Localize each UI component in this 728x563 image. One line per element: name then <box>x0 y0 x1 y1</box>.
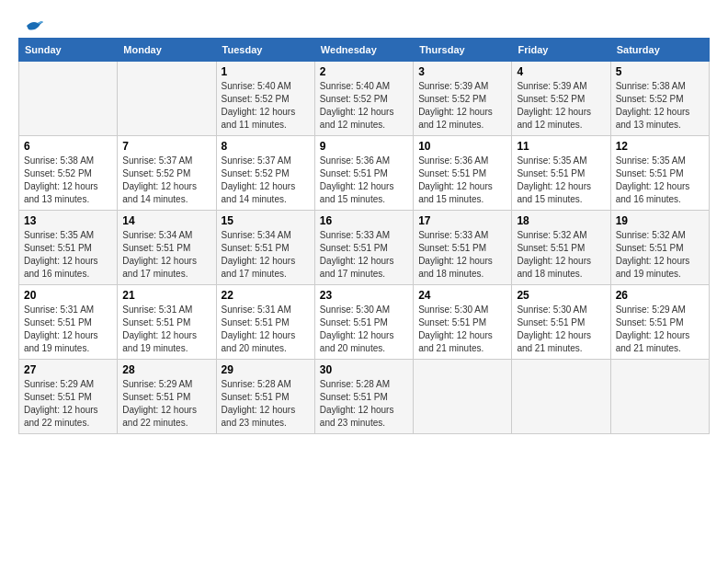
day-info: Sunrise: 5:32 AM Sunset: 5:51 PM Dayligh… <box>616 229 704 281</box>
day-info: Sunrise: 5:28 AM Sunset: 5:51 PM Dayligh… <box>222 378 310 430</box>
calendar-cell: 21Sunrise: 5:31 AM Sunset: 5:51 PM Dayli… <box>118 285 216 360</box>
day-number: 24 <box>418 289 506 302</box>
day-number: 12 <box>616 140 704 153</box>
day-number: 15 <box>222 214 310 227</box>
page-header <box>9 9 719 38</box>
calendar-week-3: 13Sunrise: 5:35 AM Sunset: 5:51 PM Dayli… <box>19 211 710 285</box>
day-info: Sunrise: 5:33 AM Sunset: 5:51 PM Dayligh… <box>418 229 506 281</box>
calendar-cell: 25Sunrise: 5:30 AM Sunset: 5:51 PM Dayli… <box>512 285 610 360</box>
day-number: 16 <box>320 214 408 227</box>
calendar-cell: 26Sunrise: 5:29 AM Sunset: 5:51 PM Dayli… <box>610 285 709 360</box>
day-info: Sunrise: 5:36 AM Sunset: 5:51 PM Dayligh… <box>418 155 506 206</box>
day-info: Sunrise: 5:35 AM Sunset: 5:51 PM Dayligh… <box>616 155 704 206</box>
day-number: 17 <box>418 214 506 227</box>
day-info: Sunrise: 5:33 AM Sunset: 5:51 PM Dayligh… <box>320 229 408 281</box>
calendar-cell: 13Sunrise: 5:35 AM Sunset: 5:51 PM Dayli… <box>19 211 118 285</box>
logo-bird-icon <box>25 18 45 35</box>
day-info: Sunrise: 5:31 AM Sunset: 5:51 PM Dayligh… <box>222 304 310 355</box>
logo <box>23 18 45 33</box>
day-info: Sunrise: 5:37 AM Sunset: 5:52 PM Dayligh… <box>222 155 310 206</box>
day-number: 30 <box>320 363 408 376</box>
day-info: Sunrise: 5:36 AM Sunset: 5:51 PM Dayligh… <box>320 155 408 206</box>
calendar-cell: 19Sunrise: 5:32 AM Sunset: 5:51 PM Dayli… <box>610 211 709 285</box>
calendar-cell: 2Sunrise: 5:40 AM Sunset: 5:52 PM Daylig… <box>314 62 413 136</box>
day-info: Sunrise: 5:31 AM Sunset: 5:51 PM Dayligh… <box>24 304 112 355</box>
calendar-container: SundayMondayTuesdayWednesdayThursdayFrid… <box>9 38 719 443</box>
day-number: 22 <box>222 289 310 302</box>
day-number: 18 <box>517 214 605 227</box>
day-number: 21 <box>122 289 210 302</box>
day-info: Sunrise: 5:39 AM Sunset: 5:52 PM Dayligh… <box>517 80 605 132</box>
day-number: 8 <box>222 140 310 153</box>
day-number: 20 <box>24 289 112 302</box>
calendar-week-5: 27Sunrise: 5:29 AM Sunset: 5:51 PM Dayli… <box>19 360 710 434</box>
day-number: 7 <box>122 140 210 153</box>
calendar-cell <box>610 360 709 434</box>
day-number: 6 <box>24 140 112 153</box>
day-info: Sunrise: 5:29 AM Sunset: 5:51 PM Dayligh… <box>24 378 112 430</box>
day-number: 5 <box>616 65 704 78</box>
calendar-cell: 18Sunrise: 5:32 AM Sunset: 5:51 PM Dayli… <box>512 211 610 285</box>
day-number: 1 <box>222 65 310 78</box>
day-info: Sunrise: 5:30 AM Sunset: 5:51 PM Dayligh… <box>418 304 506 355</box>
weekday-header-wednesday: Wednesday <box>314 39 413 62</box>
day-info: Sunrise: 5:29 AM Sunset: 5:51 PM Dayligh… <box>616 304 704 355</box>
calendar-cell <box>118 62 216 136</box>
day-number: 13 <box>24 214 112 227</box>
weekday-header-tuesday: Tuesday <box>216 39 314 62</box>
calendar-cell <box>512 360 610 434</box>
calendar-cell: 27Sunrise: 5:29 AM Sunset: 5:51 PM Dayli… <box>19 360 118 434</box>
weekday-header-saturday: Saturday <box>610 39 709 62</box>
weekday-header-monday: Monday <box>118 39 216 62</box>
day-info: Sunrise: 5:32 AM Sunset: 5:51 PM Dayligh… <box>517 229 605 281</box>
day-info: Sunrise: 5:38 AM Sunset: 5:52 PM Dayligh… <box>24 155 112 206</box>
day-number: 2 <box>320 65 408 78</box>
day-number: 9 <box>320 140 408 153</box>
weekday-header-thursday: Thursday <box>414 39 512 62</box>
calendar-cell: 6Sunrise: 5:38 AM Sunset: 5:52 PM Daylig… <box>19 136 118 211</box>
calendar-cell: 17Sunrise: 5:33 AM Sunset: 5:51 PM Dayli… <box>414 211 512 285</box>
calendar-body: 1Sunrise: 5:40 AM Sunset: 5:52 PM Daylig… <box>19 62 710 434</box>
calendar-cell: 3Sunrise: 5:39 AM Sunset: 5:52 PM Daylig… <box>414 62 512 136</box>
calendar-cell: 29Sunrise: 5:28 AM Sunset: 5:51 PM Dayli… <box>216 360 314 434</box>
day-info: Sunrise: 5:40 AM Sunset: 5:52 PM Dayligh… <box>320 80 408 132</box>
weekday-header-friday: Friday <box>512 39 610 62</box>
day-number: 27 <box>24 363 112 376</box>
calendar-cell: 16Sunrise: 5:33 AM Sunset: 5:51 PM Dayli… <box>314 211 413 285</box>
day-info: Sunrise: 5:34 AM Sunset: 5:51 PM Dayligh… <box>222 229 310 281</box>
day-number: 19 <box>616 214 704 227</box>
day-number: 10 <box>418 140 506 153</box>
calendar-cell: 24Sunrise: 5:30 AM Sunset: 5:51 PM Dayli… <box>414 285 512 360</box>
calendar-cell: 10Sunrise: 5:36 AM Sunset: 5:51 PM Dayli… <box>414 136 512 211</box>
day-info: Sunrise: 5:37 AM Sunset: 5:52 PM Dayligh… <box>122 155 210 206</box>
day-number: 11 <box>517 140 605 153</box>
calendar-cell: 23Sunrise: 5:30 AM Sunset: 5:51 PM Dayli… <box>314 285 413 360</box>
day-info: Sunrise: 5:39 AM Sunset: 5:52 PM Dayligh… <box>418 80 506 132</box>
calendar-week-4: 20Sunrise: 5:31 AM Sunset: 5:51 PM Dayli… <box>19 285 710 360</box>
day-info: Sunrise: 5:34 AM Sunset: 5:51 PM Dayligh… <box>122 229 210 281</box>
calendar-cell: 20Sunrise: 5:31 AM Sunset: 5:51 PM Dayli… <box>19 285 118 360</box>
day-number: 3 <box>418 65 506 78</box>
day-number: 29 <box>222 363 310 376</box>
calendar-cell: 11Sunrise: 5:35 AM Sunset: 5:51 PM Dayli… <box>512 136 610 211</box>
calendar-cell: 9Sunrise: 5:36 AM Sunset: 5:51 PM Daylig… <box>314 136 413 211</box>
calendar-cell <box>414 360 512 434</box>
weekday-header-sunday: Sunday <box>19 39 118 62</box>
calendar-cell: 8Sunrise: 5:37 AM Sunset: 5:52 PM Daylig… <box>216 136 314 211</box>
calendar-cell: 4Sunrise: 5:39 AM Sunset: 5:52 PM Daylig… <box>512 62 610 136</box>
day-info: Sunrise: 5:29 AM Sunset: 5:51 PM Dayligh… <box>122 378 210 430</box>
calendar-week-1: 1Sunrise: 5:40 AM Sunset: 5:52 PM Daylig… <box>19 62 710 136</box>
calendar-cell: 30Sunrise: 5:28 AM Sunset: 5:51 PM Dayli… <box>314 360 413 434</box>
calendar-cell: 7Sunrise: 5:37 AM Sunset: 5:52 PM Daylig… <box>118 136 216 211</box>
day-number: 28 <box>122 363 210 376</box>
day-number: 14 <box>122 214 210 227</box>
calendar-cell: 5Sunrise: 5:38 AM Sunset: 5:52 PM Daylig… <box>610 62 709 136</box>
day-number: 25 <box>517 289 605 302</box>
calendar-cell: 22Sunrise: 5:31 AM Sunset: 5:51 PM Dayli… <box>216 285 314 360</box>
day-info: Sunrise: 5:35 AM Sunset: 5:51 PM Dayligh… <box>517 155 605 206</box>
day-info: Sunrise: 5:28 AM Sunset: 5:51 PM Dayligh… <box>320 378 408 430</box>
day-info: Sunrise: 5:35 AM Sunset: 5:51 PM Dayligh… <box>24 229 112 281</box>
calendar-table: SundayMondayTuesdayWednesdayThursdayFrid… <box>18 38 710 434</box>
calendar-cell: 1Sunrise: 5:40 AM Sunset: 5:52 PM Daylig… <box>216 62 314 136</box>
calendar-cell <box>19 62 118 136</box>
